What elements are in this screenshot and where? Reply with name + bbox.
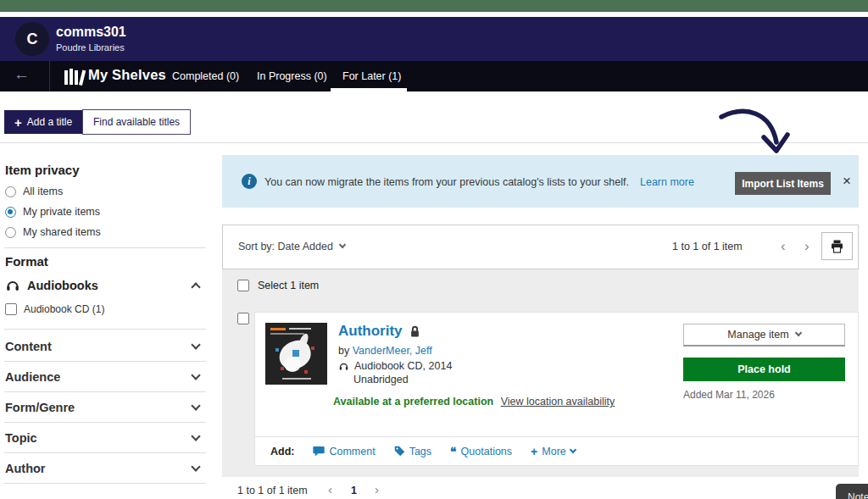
prev-page-icon[interactable]: ‹ [781, 238, 786, 255]
comment-icon [313, 446, 325, 457]
tab-in-progress[interactable]: In Progress (0) [257, 61, 327, 91]
chevron-down-icon [570, 446, 576, 452]
item-privacy-heading: Item privacy [5, 163, 80, 177]
chevron-down-icon [191, 370, 200, 380]
shelf-list-area: Select 1 item Authority by VanderMeer, J… [222, 269, 859, 477]
headphones-icon [5, 278, 20, 292]
account-header: C comms301 Poudre Libraries [0, 17, 868, 61]
added-date: Added Mar 11, 2026 [683, 389, 775, 401]
book-cover[interactable] [265, 323, 327, 385]
active-tab-underline [331, 88, 407, 91]
printer-icon [830, 240, 844, 253]
shelves-nav-bar: ← My Shelves Completed (0) In Progress (… [0, 61, 868, 91]
info-icon: i [242, 174, 257, 189]
select-all-row[interactable]: Select 1 item [237, 280, 319, 291]
headphones-icon [338, 361, 349, 371]
result-range: 1 to 1 of 1 item [672, 241, 743, 252]
username: comms301 [56, 25, 126, 40]
add-more-link[interactable]: + More [531, 446, 576, 457]
learn-more-link[interactable]: Learn more [640, 176, 694, 188]
lock-icon [409, 325, 420, 337]
sidebar-item-topic[interactable]: Topic [4, 424, 206, 453]
chevron-down-icon [191, 431, 200, 441]
sidebar-item-content[interactable]: Content [4, 332, 206, 362]
library-name: Poudre Libraries [56, 42, 125, 53]
find-available-titles-button[interactable]: Find available titles [82, 109, 191, 135]
select-all-checkbox[interactable] [237, 280, 249, 291]
avatar[interactable]: C [15, 22, 49, 56]
availability-row: Available at a preferred location View l… [333, 396, 615, 408]
print-button[interactable] [821, 232, 853, 260]
format-line: Audiobook CD, 2014 [338, 360, 452, 372]
chevron-up-icon [191, 282, 200, 291]
select-all-label: Select 1 item [258, 280, 319, 291]
sidebar-item-form-genre[interactable]: Form/Genre [4, 393, 206, 423]
sidebar-item-author[interactable]: Author [4, 454, 206, 484]
plus-icon: + [531, 446, 537, 457]
plus-icon: + [14, 116, 22, 129]
add-tags-link[interactable]: Tags [394, 446, 431, 457]
radio-icon [5, 227, 16, 238]
radio-my-shared-items[interactable]: My shared items [5, 226, 101, 238]
sort-toolbar: Sort by: Date Added 1 to 1 of 1 item ‹ › [222, 225, 859, 269]
chevron-down-icon [794, 330, 801, 336]
add-label: Add: [270, 446, 294, 457]
radio-my-private-items[interactable]: My private items [5, 206, 100, 218]
tag-icon [394, 446, 405, 457]
chevron-down-icon [191, 462, 200, 471]
edition-label: Unabridged [353, 374, 409, 385]
migration-banner: i You can now migrate the items from you… [222, 155, 859, 208]
back-arrow-icon[interactable]: ← [14, 65, 30, 84]
add-title-button[interactable]: + Add a title [4, 110, 82, 134]
sidebar-divider [4, 247, 206, 248]
nav-divider [49, 61, 50, 91]
page-title: My Shelves [88, 67, 166, 83]
note-button[interactable]: Note [836, 484, 868, 499]
add-quotations-link[interactable]: ❝ Quotations [450, 446, 512, 457]
page-divider [0, 142, 868, 143]
result-range: 1 to 1 of 1 item [237, 485, 308, 496]
format-heading: Format [5, 254, 48, 269]
view-location-availability-link[interactable]: View location availability [501, 396, 615, 408]
bottom-pagination: 1 to 1 of 1 item ‹ 1 › [222, 477, 859, 499]
checkbox-icon [5, 303, 17, 315]
chevron-down-icon [339, 241, 346, 248]
top-green-bar [0, 0, 868, 12]
place-hold-button[interactable]: Place hold [683, 358, 845, 381]
close-icon[interactable]: × [843, 173, 851, 190]
prev-page-icon[interactable]: ‹ [328, 482, 332, 496]
shelf-item-card: Authority by VanderMeer, Jeff Audiobook … [254, 312, 859, 466]
author-link[interactable]: VanderMeer, Jeff [353, 345, 432, 357]
manage-item-button[interactable]: Manage item [683, 324, 845, 347]
radio-icon [5, 186, 16, 197]
format-group-audiobooks[interactable]: Audiobooks [5, 278, 206, 292]
availability-status: Available at a preferred location [333, 396, 493, 408]
tab-for-later[interactable]: For Later (1) [342, 61, 401, 91]
radio-all-items[interactable]: All items [5, 186, 63, 197]
sort-by-dropdown[interactable]: Sort by: Date Added [238, 241, 345, 252]
banner-message: You can now migrate the items from your … [264, 176, 629, 188]
next-page-icon[interactable]: › [375, 482, 379, 496]
import-list-items-button[interactable]: Import List Items [735, 172, 831, 195]
next-page-icon[interactable]: › [804, 238, 810, 255]
card-footer: Add: Comment Tags ❝ Quotations + M [255, 436, 858, 465]
checkbox-audiobook-cd[interactable]: Audiobook CD (1) [5, 303, 104, 315]
item-checkbox[interactable] [237, 313, 249, 324]
tab-completed[interactable]: Completed (0) [172, 61, 239, 91]
add-comment-link[interactable]: Comment [313, 446, 375, 457]
byline: by VanderMeer, Jeff [338, 345, 432, 357]
chevron-down-icon [191, 340, 200, 349]
current-page[interactable]: 1 [351, 485, 357, 496]
radio-selected-icon [5, 207, 16, 218]
sidebar-divider [4, 329, 206, 330]
chevron-down-icon [191, 401, 200, 410]
annotation-arrow [716, 107, 801, 161]
bookshelf-icon [64, 68, 83, 85]
item-title-link[interactable]: Authority [338, 323, 403, 340]
quote-icon: ❝ [450, 446, 457, 457]
sidebar-item-audience[interactable]: Audience [4, 363, 206, 392]
